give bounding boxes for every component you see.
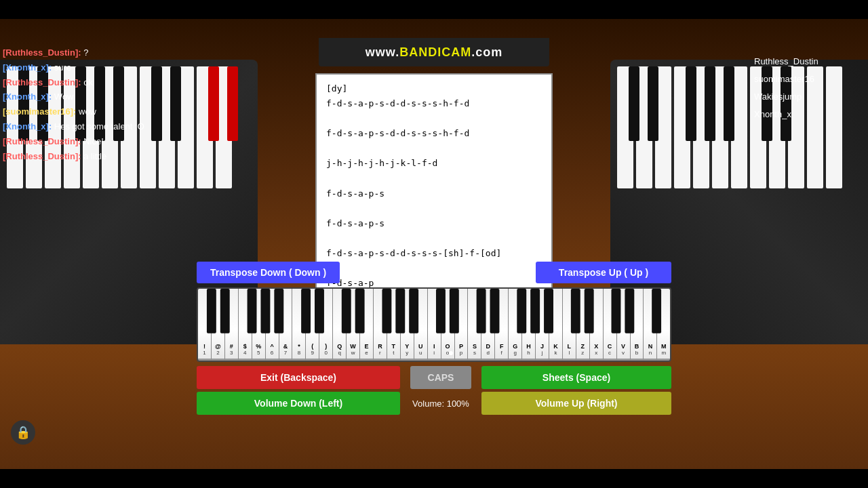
white-key[interactable]: )0 — [319, 289, 333, 361]
chat-message: sure — [54, 62, 71, 73]
list-item: [Ruthless_Dustin]: a little — [3, 150, 179, 164]
player-name: Ruthless_Dustin — [754, 53, 863, 70]
piano-section: Transpose Down ( Down ) Transposition: 0… — [197, 262, 671, 415]
sheets-button[interactable]: Sheets (Space) — [481, 366, 671, 389]
svg-rect-33 — [629, 66, 639, 141]
chat-username: [Xnonth_x]: — [3, 92, 52, 102]
bottom-bar — [0, 469, 868, 488]
white-key[interactable]: Ii — [428, 289, 441, 361]
white-key[interactable]: Rr — [374, 289, 387, 361]
list-item: [Ruthless_Dustin]: ? — [3, 46, 179, 60]
white-key[interactable]: @2 — [212, 289, 225, 361]
chat-username: [Ruthless_Dustin]: — [3, 151, 81, 161]
svg-rect-37 — [724, 66, 734, 141]
bandicam-watermark: www.BANDICAM.com — [319, 38, 549, 66]
lock-icon[interactable]: 🔒 — [11, 420, 35, 445]
transpose-up-button[interactable]: Transpose Up ( Up ) — [536, 262, 671, 283]
transpose-down-button[interactable]: Transpose Down ( Down ) — [197, 262, 340, 283]
list-item: [Xnonth_x]: Hes got some talent ;O — [3, 120, 179, 134]
sheet-line: f-d-s-a-p-s — [326, 216, 542, 231]
sheet-line: j-h-j-h-j-h-j-k-l-f-d — [326, 156, 542, 171]
white-key[interactable]: &7 — [279, 289, 293, 361]
white-key[interactable]: Kk — [549, 289, 563, 361]
white-key[interactable]: $4 — [239, 289, 252, 361]
volume-down-button[interactable]: Volume Down (Left) — [197, 392, 400, 415]
list-item: [Xnonth_x]: sure — [3, 61, 179, 75]
white-key[interactable]: Qq — [333, 289, 347, 361]
transposition-label: Transposition: 0 — [407, 268, 469, 278]
white-key[interactable]: Yy — [401, 289, 414, 361]
chat-panel: [Ruthless_Dustin]: ? [Xnonth_x]: sure [R… — [3, 46, 179, 164]
chat-message: wow — [79, 106, 96, 117]
piano-keyboard[interactable]: !1@2#3$4%5^6&7*8(9)0QqWwEeRrTtYyUuIiOoPp… — [197, 287, 671, 362]
chat-username: [Xnonth_x]: — [3, 121, 52, 131]
volume-up-button[interactable]: Volume Up (Right) — [481, 392, 671, 415]
white-key[interactable]: Ll — [563, 289, 576, 361]
white-key[interactable]: Mm — [657, 289, 670, 361]
exit-button[interactable]: Exit (Backspace) — [197, 366, 400, 389]
white-key[interactable]: Ss — [468, 289, 481, 361]
bandicam-text: www.BANDICAM.com — [366, 45, 502, 60]
chat-message: ok — [83, 77, 93, 87]
white-key[interactable]: (9 — [306, 289, 319, 361]
sheet-line — [326, 231, 542, 246]
players-panel: Ruthless_Dustin suomimaster16 Wakiesjump… — [754, 53, 863, 123]
chat-username: [Ruthless_Dustin]: — [3, 47, 81, 58]
chat-message: Wow. — [54, 92, 76, 102]
volume-display: Volume: 100% — [412, 399, 469, 409]
chat-username: [Xnonth_x]: — [3, 62, 52, 73]
white-key[interactable]: %5 — [252, 289, 266, 361]
white-key[interactable]: #3 — [225, 289, 239, 361]
white-key[interactable]: Hh — [522, 289, 536, 361]
sheet-line — [326, 141, 542, 156]
sheet-line: f-d-s-a-p-s-d-d-s-s-s-[sh]-f-[od] — [326, 246, 542, 261]
svg-rect-19 — [208, 66, 219, 141]
sheet-line: f-d-s-a-p-s-d-d-s-s-s-h-f-d — [326, 96, 542, 111]
white-key[interactable]: Dd — [481, 289, 495, 361]
scene-background: www.BANDICAM.com [Ruthless_Dustin]: ? [X… — [0, 19, 868, 469]
white-key[interactable]: Oo — [441, 289, 455, 361]
white-key[interactable]: Ff — [495, 289, 509, 361]
white-key[interactable]: Ee — [360, 289, 374, 361]
sheet-line — [326, 171, 542, 186]
sheet-line: f-d-s-a-p-s — [326, 186, 542, 201]
svg-rect-35 — [686, 66, 696, 141]
white-key[interactable]: Zz — [576, 289, 590, 361]
chat-username: [Ruthless_Dustin]: — [3, 136, 81, 146]
white-key[interactable]: Uu — [414, 289, 428, 361]
caps-button[interactable]: CAPS — [410, 366, 471, 389]
white-keys-row: !1@2#3$4%5^6&7*8(9)0QqWwEeRrTtYyUuIiOoPp… — [198, 289, 670, 361]
white-key[interactable]: ^6 — [266, 289, 279, 361]
player-name: Xnonth_x — [754, 106, 863, 123]
white-key[interactable]: Vv — [617, 289, 631, 361]
list-item: [Xnonth_x]: Wow. — [3, 90, 179, 104]
white-key[interactable]: Jj — [536, 289, 549, 361]
player-name: Wakiesjump — [754, 88, 863, 106]
list-item: [Ruthless_Dustin]: Nice! — [3, 135, 179, 149]
svg-rect-36 — [705, 66, 715, 141]
sheet-line: f-d-s-a-p-s-d-d-s-s-s-h-f-d — [326, 126, 542, 141]
chat-message: Hes got some talent ;O — [54, 121, 144, 131]
sheet-line — [326, 201, 542, 216]
chat-username: [Ruthless_Dustin]: — [3, 77, 81, 87]
white-key[interactable]: Bb — [631, 289, 644, 361]
chat-username: [suomimaster16]: — [3, 106, 76, 117]
control-row-2: Volume Down (Left) Volume: 100% Volume U… — [197, 392, 671, 415]
sheet-line — [326, 111, 542, 126]
player-name: suomimaster16 — [754, 70, 863, 88]
list-item: [Ruthless_Dustin]: ok — [3, 76, 179, 90]
chat-message: ? — [83, 47, 88, 58]
svg-rect-20 — [227, 66, 238, 141]
white-key[interactable]: Pp — [455, 289, 469, 361]
white-key[interactable]: Ww — [347, 289, 360, 361]
list-item: [suomimaster16]: wow — [3, 105, 179, 119]
white-key[interactable]: Tt — [387, 289, 401, 361]
svg-rect-34 — [648, 66, 658, 141]
white-key[interactable]: *8 — [292, 289, 306, 361]
sheet-line: [dy] — [326, 81, 542, 96]
white-key[interactable]: !1 — [198, 289, 212, 361]
white-key[interactable]: Xx — [590, 289, 604, 361]
white-key[interactable]: Nn — [644, 289, 657, 361]
white-key[interactable]: Gg — [509, 289, 522, 361]
white-key[interactable]: Cc — [604, 289, 617, 361]
